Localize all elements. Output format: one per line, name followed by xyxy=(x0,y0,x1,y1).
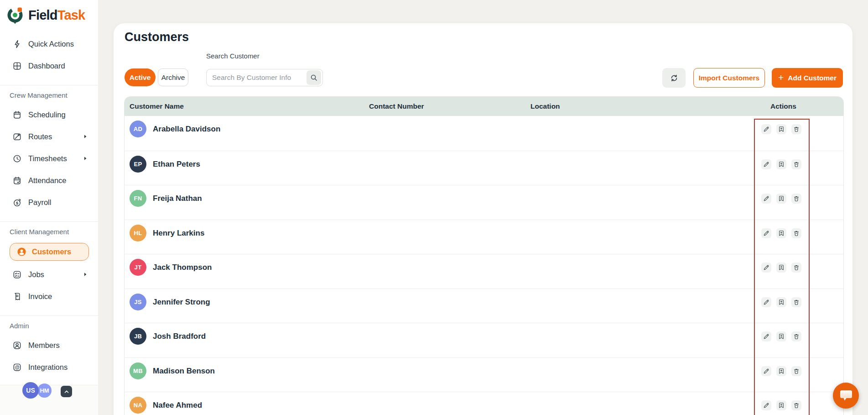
tab-archive[interactable]: Archive xyxy=(158,68,188,86)
table-row[interactable]: AD Arabella Davidson xyxy=(125,116,843,151)
table-row[interactable]: MB Madison Benson xyxy=(125,357,843,392)
contact-number-cell xyxy=(366,323,526,357)
edit-button[interactable] xyxy=(761,366,771,376)
archive-button[interactable] xyxy=(776,400,786,410)
table-row[interactable]: JB Josh Bradford xyxy=(125,323,843,357)
customer-name: Jack Thompson xyxy=(153,263,212,272)
row-actions xyxy=(717,323,843,357)
customer-name: Jennifer Strong xyxy=(153,298,210,307)
delete-button[interactable] xyxy=(791,194,801,204)
edit-button[interactable] xyxy=(761,400,771,410)
row-actions xyxy=(717,392,843,415)
clock-icon xyxy=(12,154,22,163)
archive-button[interactable] xyxy=(776,159,786,169)
contact-number-cell xyxy=(366,220,526,254)
bookmark-plus-icon xyxy=(778,299,785,305)
archive-button[interactable] xyxy=(776,331,786,341)
trash-icon xyxy=(793,230,800,236)
refresh-icon xyxy=(670,74,679,83)
edit-icon xyxy=(763,230,769,236)
table-row[interactable]: FN Freija Nathan xyxy=(125,185,843,220)
table-row[interactable]: HL Henry Larkins xyxy=(125,220,843,254)
table-row[interactable]: JS Jennifer Strong xyxy=(125,289,843,323)
tab-active[interactable]: Active xyxy=(125,68,156,86)
collapse-sidebar-button[interactable] xyxy=(61,386,72,397)
user-avatar[interactable]: US xyxy=(22,382,39,399)
table-row[interactable]: NA Nafee Ahmed xyxy=(125,392,843,415)
delete-button[interactable] xyxy=(791,331,801,341)
edit-icon xyxy=(763,299,769,305)
import-customers-button[interactable]: Import Customers xyxy=(693,68,765,88)
sidebar-item-dashboard[interactable]: Dashboard xyxy=(0,55,98,77)
chevron-right-icon xyxy=(82,156,88,162)
table-header: Customer Name Contact Number Location Ac… xyxy=(125,97,843,116)
location-cell xyxy=(526,289,717,323)
row-actions xyxy=(717,116,843,151)
contact-number-cell xyxy=(366,116,526,151)
archive-button[interactable] xyxy=(776,124,786,134)
sidebar-item-routes[interactable]: Routes xyxy=(0,126,98,147)
trash-icon xyxy=(793,333,800,340)
customer-name-cell: JT Jack Thompson xyxy=(125,254,366,289)
contact-number-cell xyxy=(366,358,526,392)
sidebar-item-quick-actions[interactable]: Quick Actions xyxy=(0,33,98,55)
delete-button[interactable] xyxy=(791,228,801,238)
refresh-button[interactable] xyxy=(662,68,686,88)
sidebar-item-attendance[interactable]: Attendance xyxy=(0,169,98,191)
avatar: HL xyxy=(130,225,146,242)
table-row[interactable]: EP Ethan Peters xyxy=(125,151,843,185)
sidebar-item-customers[interactable]: Customers xyxy=(10,243,89,261)
delete-button[interactable] xyxy=(791,124,801,134)
search-input[interactable] xyxy=(212,69,303,86)
contact-number-cell xyxy=(366,289,526,323)
search-icon xyxy=(310,74,318,82)
sidebar-item-timesheets[interactable]: Timesheets xyxy=(0,147,98,169)
sidebar-item-members[interactable]: Members xyxy=(0,334,98,356)
edit-button[interactable] xyxy=(761,194,771,204)
edit-button[interactable] xyxy=(761,228,771,238)
sidebar-item-invoice[interactable]: Invoice xyxy=(0,285,98,307)
row-actions xyxy=(717,151,843,185)
location-cell xyxy=(526,254,717,289)
sidebar-item-payroll[interactable]: $ Payroll xyxy=(0,191,98,213)
dollar-refresh-icon: $ xyxy=(12,198,22,207)
archive-button[interactable] xyxy=(776,263,786,273)
sidebar-item-integrations[interactable]: @ Integrations xyxy=(0,356,98,378)
customer-name: Nafee Ahmed xyxy=(153,401,202,410)
customer-name-cell: FN Freija Nathan xyxy=(125,185,366,220)
add-customer-button[interactable]: + Add Customer xyxy=(772,68,843,88)
edit-button[interactable] xyxy=(761,297,771,307)
contact-number-cell xyxy=(366,254,526,289)
location-cell xyxy=(526,323,717,357)
search-button[interactable] xyxy=(307,70,321,85)
delete-button[interactable] xyxy=(791,159,801,169)
customer-name-cell: MB Madison Benson xyxy=(125,358,366,392)
app-title: FieldTask xyxy=(28,8,85,23)
edit-button[interactable] xyxy=(761,124,771,134)
chat-launcher-button[interactable] xyxy=(833,383,859,409)
sidebar: FieldTask Quick Actions Dashboard Crew M… xyxy=(0,0,98,415)
bookmark-plus-icon xyxy=(778,195,785,202)
sidebar-footer: US HM xyxy=(0,385,98,415)
archive-button[interactable] xyxy=(776,194,786,204)
table-row[interactable]: JT Jack Thompson xyxy=(125,254,843,289)
archive-button[interactable] xyxy=(776,228,786,238)
customer-name-cell: HL Henry Larkins xyxy=(125,220,366,254)
archive-button[interactable] xyxy=(776,366,786,376)
archive-button[interactable] xyxy=(776,297,786,307)
delete-button[interactable] xyxy=(791,400,801,410)
chevron-up-icon xyxy=(63,389,70,395)
app-logo[interactable]: FieldTask xyxy=(0,0,98,25)
edit-button[interactable] xyxy=(761,159,771,169)
delete-button[interactable] xyxy=(791,297,801,307)
sidebar-item-scheduling[interactable]: Scheduling xyxy=(0,104,98,126)
customer-name: Madison Benson xyxy=(153,367,215,376)
chevron-right-icon xyxy=(82,134,88,140)
sidebar-item-jobs[interactable]: Jobs xyxy=(0,263,98,285)
calendar-icon xyxy=(12,110,22,120)
user-avatar[interactable]: HM xyxy=(37,383,52,398)
edit-button[interactable] xyxy=(761,331,771,341)
delete-button[interactable] xyxy=(791,263,801,273)
delete-button[interactable] xyxy=(791,366,801,376)
edit-button[interactable] xyxy=(761,263,771,273)
